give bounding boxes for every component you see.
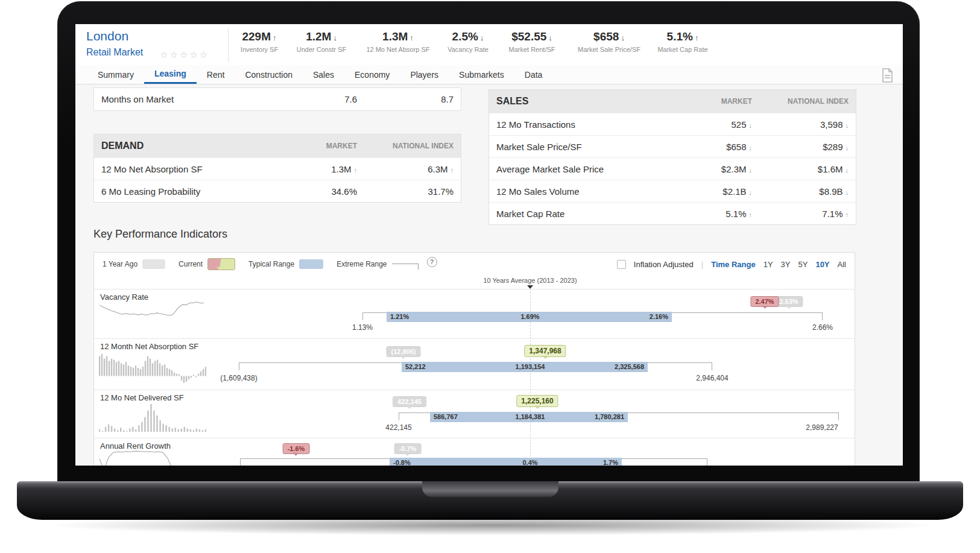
extreme-max: 2,989,227 — [806, 423, 838, 432]
market-value: 5.1% — [726, 209, 746, 219]
stat-label: Inventory SF — [241, 46, 278, 53]
time-range-10y[interactable]: 10Y — [815, 260, 829, 269]
stat-label: 12 Mo Net Absorp SF — [366, 46, 429, 53]
legend-extreme-label: Extreme Range — [337, 260, 387, 268]
tab-construction[interactable]: Construction — [235, 65, 303, 84]
table-row: 12 Mo Sales Volume $2.1B↓ $8.9B↓ — [489, 180, 856, 202]
extreme-min: (1,609,438) — [220, 374, 257, 382]
extreme-max: 2.66% — [812, 323, 833, 332]
inflation-adjusted-label: Inflation Adjusted — [634, 260, 694, 269]
market-value: 1.3M — [331, 164, 351, 174]
average-value: 1,193,154 — [516, 362, 545, 372]
table-row: Market Cap Rate 5.1%↑ 7.1%↑ — [489, 202, 856, 224]
laptop-base — [17, 481, 963, 520]
time-range-3y[interactable]: 3Y — [781, 260, 791, 269]
vacancy-sparkline — [99, 300, 204, 332]
col-header-national: NATIONAL INDEX — [357, 142, 454, 150]
row-label: Months on Market — [101, 94, 285, 104]
typical-range-swatch-icon — [299, 259, 323, 269]
current-swatch-icon — [207, 258, 235, 270]
kpi-name: 12 Mo Net Delivered SF — [100, 393, 184, 402]
market-value: 525 — [731, 119, 746, 130]
inflation-adjusted-checkbox[interactable] — [617, 260, 626, 269]
trend-up-icon: ↑ — [450, 166, 454, 174]
tab-summary[interactable]: Summary — [87, 65, 144, 84]
time-range-1y[interactable]: 1Y — [763, 260, 773, 269]
market-value: $2.1B — [722, 186, 746, 197]
page-content: Months on Market 7.6 8.7 SALES MARKET NA… — [75, 84, 903, 466]
extreme-min: 1.13% — [352, 323, 373, 332]
stat-value: 1.3M — [382, 30, 408, 43]
time-range-all[interactable]: All — [838, 260, 846, 269]
stat-label: Vacancy Rate — [447, 46, 488, 53]
row-label: Average Market Sale Price — [496, 164, 680, 174]
laptop-lid-notch — [422, 481, 558, 497]
table-row: 6 Mo Leasing Probability 34.6% 31.7% — [94, 180, 461, 202]
demand-table-header: DEMAND MARKET NATIONAL INDEX — [94, 134, 461, 157]
market-value: $658 — [726, 142, 746, 152]
tab-data[interactable]: Data — [514, 65, 553, 84]
app-window: London Retail Market ☆☆☆☆☆ 229M↑ Invento… — [75, 24, 903, 466]
typical-range-bar: 1.21% 1.69% 2.16% — [387, 312, 672, 322]
typical-max: 2,325,568 — [615, 362, 644, 372]
legend-typical-label: Typical Range — [248, 260, 294, 268]
kpi-panel: 1 Year Ago Current Typical Range Extreme… — [93, 252, 855, 466]
help-icon[interactable]: ? — [427, 257, 437, 267]
trend-down-icon: ↓ — [480, 33, 484, 42]
average-value: 1.69% — [520, 312, 539, 322]
market-value: 7.6 — [285, 94, 357, 104]
sales-table-header: SALES MARKET NATIONAL INDEX — [489, 90, 856, 113]
time-range-label: Time Range — [711, 260, 755, 269]
webcam-icon — [486, 10, 491, 14]
row-label: 12 Mo Sales Volume — [496, 186, 680, 197]
tab-players[interactable]: Players — [400, 65, 449, 84]
kpi-section-title: Key Performance Indicators — [93, 228, 227, 241]
report-document-icon[interactable] — [880, 68, 894, 83]
header-divider — [228, 28, 229, 63]
laptop-screen: London Retail Market ☆☆☆☆☆ 229M↑ Invento… — [57, 1, 920, 482]
tab-sales[interactable]: Sales — [303, 65, 344, 84]
time-range-5y[interactable]: 5Y — [798, 260, 808, 269]
stat-value: $658 — [593, 30, 619, 43]
kpi-row-vacancy-rate: Vacancy Rate 1.21% 1.69% 2.16% 1.13% 2.6… — [94, 289, 855, 338]
kpi-row-net-delivered: 12 Mo Net Delivered SF 586,767 1,184,381… — [94, 390, 855, 438]
tab-submarkets[interactable]: Submarkets — [449, 65, 514, 84]
stat-inventory-sf: 229M↑ Inventory SF — [241, 30, 278, 53]
table-title: SALES — [496, 96, 680, 107]
row-label: 6 Mo Leasing Probability — [101, 186, 285, 197]
stat-value: 1.2M — [306, 30, 331, 43]
col-header-national: NATIONAL INDEX — [752, 97, 849, 106]
table-title: DEMAND — [101, 141, 285, 151]
stat-net-absorp: 1.3M↑ 12 Mo Net Absorp SF — [366, 30, 429, 53]
tab-rent[interactable]: Rent — [197, 65, 235, 84]
controls-divider: | — [701, 260, 703, 269]
extreme-min: 422,145 — [385, 423, 411, 432]
stat-vacancy-rate: 2.5%↓ Vacancy Rate — [447, 30, 488, 53]
trend-down-icon: ↓ — [846, 144, 849, 151]
tab-leasing[interactable]: Leasing — [144, 65, 197, 84]
extreme-max: 2,946,404 — [696, 374, 728, 382]
table-row: Months on Market 7.6 8.7 — [94, 88, 461, 110]
tab-economy[interactable]: Economy — [344, 65, 400, 84]
typical-max: 1.7% — [603, 458, 618, 466]
stat-label: Under Constr SF — [297, 46, 347, 53]
average-value: 1,184,381 — [516, 412, 545, 422]
year-ago-badge: (12,806) — [387, 346, 421, 357]
kpi-row-net-absorption: 12 Month Net Absorption SF 52,212 1,193,… — [94, 338, 855, 390]
current-badge: 1,225,160 — [516, 395, 558, 407]
trend-up-icon: ↑ — [273, 33, 277, 42]
table-row: 12 Mo Transactions 525↓ 3,598↓ — [489, 113, 856, 135]
row-label: Market Sale Price/SF — [496, 142, 680, 152]
year-ago-badge: 422,145 — [393, 396, 426, 407]
legend-year-ago-label: 1 Year Ago — [103, 260, 138, 268]
rating-stars[interactable]: ☆☆☆☆☆ — [160, 49, 209, 60]
kpi-name: 12 Month Net Absorption SF — [100, 342, 198, 351]
row-label: 12 Mo Transactions — [496, 119, 680, 130]
typical-min: 52,212 — [405, 362, 426, 372]
row-label: Market Cap Rate — [496, 209, 680, 219]
leasing-table: Months on Market 7.6 8.7 — [93, 87, 461, 111]
national-value: 6.3M — [428, 164, 447, 174]
col-header-market: MARKET — [285, 142, 357, 150]
year-ago-swatch-icon — [142, 259, 165, 269]
stat-market-rent: $52.55↓ Market Rent/SF — [508, 30, 555, 53]
